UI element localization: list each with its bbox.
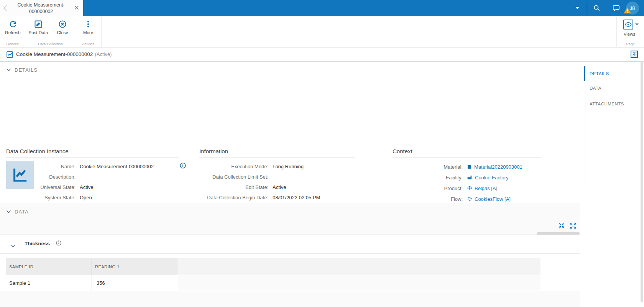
nav-item-attachments[interactable]: ATTACHMENTS bbox=[590, 102, 624, 106]
field-material: Material: Material20220903001 bbox=[393, 161, 541, 172]
tab-title-line1: Cookie Measurement- bbox=[10, 2, 72, 8]
thickness-panel: Thickness SAMPLE ID READING 1 Sample 1 3… bbox=[0, 235, 580, 291]
ribbon-group-page: Views Page bbox=[616, 16, 644, 47]
views-button[interactable] bbox=[623, 20, 639, 30]
expand-all-icon[interactable] bbox=[570, 222, 577, 230]
vertical-scrollbar-thumb[interactable] bbox=[641, 61, 643, 302]
field-product: Product: Belgas [A] bbox=[393, 183, 541, 194]
group-label-data-collection: Data Collection bbox=[26, 42, 75, 46]
close-label: Close bbox=[57, 30, 68, 35]
chevron-down-icon bbox=[6, 68, 11, 72]
eye-icon bbox=[623, 20, 633, 30]
thickness-panel-header: Thickness bbox=[0, 235, 580, 254]
tab-close-icon[interactable] bbox=[74, 5, 80, 11]
step-nav-line bbox=[585, 66, 585, 184]
instance-column-title: Data Collection Instance bbox=[6, 148, 179, 158]
product-icon bbox=[467, 186, 472, 191]
nav-item-details[interactable]: DETAILS bbox=[590, 71, 609, 76]
sample-id-cell: Sample 1 bbox=[6, 275, 92, 291]
facility-icon bbox=[467, 175, 473, 180]
tab-title-line2: 000000002 bbox=[10, 8, 72, 15]
table-row[interactable]: Sample 1 356 bbox=[6, 275, 540, 291]
close-circle-icon bbox=[58, 20, 67, 29]
field-dc-begin-date: Data Collection Begin Date: 08/01/2022 0… bbox=[199, 192, 355, 203]
header-dropdown-caret-icon[interactable] bbox=[573, 0, 582, 16]
views-caret-icon bbox=[635, 23, 639, 26]
thickness-title: Thickness bbox=[25, 241, 50, 246]
column-header-sample-id[interactable]: SAMPLE ID bbox=[6, 258, 92, 275]
messages-icon[interactable] bbox=[610, 0, 623, 16]
information-column-title: Information bbox=[199, 148, 355, 158]
field-description: Description: bbox=[34, 172, 179, 182]
more-ellipsis-icon bbox=[84, 20, 93, 29]
data-section-toggle[interactable]: DATA bbox=[6, 209, 29, 215]
collapse-all-icon[interactable] bbox=[558, 222, 566, 230]
ribbon-group-general: Refresh General bbox=[0, 16, 26, 47]
reading-1-cell[interactable]: 356 bbox=[92, 275, 178, 291]
column-header-reading-1[interactable]: READING 1 bbox=[92, 258, 178, 275]
details-section: DETAILS Data Collection Instance Name: C… bbox=[0, 62, 580, 203]
views-label: Views bbox=[617, 32, 642, 36]
material-icon bbox=[467, 164, 472, 169]
ribbon-group-data-collection: Post Data Close Data Collection bbox=[26, 16, 75, 47]
header-blue-bar bbox=[83, 0, 644, 16]
search-icon[interactable] bbox=[591, 0, 603, 16]
back-icon[interactable] bbox=[2, 4, 8, 12]
refresh-icon bbox=[8, 20, 18, 29]
entity-title-bar: Cookie Measurement-000000002(Active) bbox=[0, 48, 644, 62]
ribbon-group-actions: More Actions bbox=[75, 16, 102, 47]
flow-icon bbox=[467, 196, 472, 202]
field-facility: Facility: Cookie Factory bbox=[393, 172, 541, 183]
chevron-down-icon[interactable] bbox=[11, 242, 15, 249]
context-column-title: Context bbox=[393, 148, 541, 158]
app-window: Cookie Measurement- 000000002 JB Refre bbox=[0, 0, 644, 307]
group-label-actions: Actions bbox=[75, 42, 101, 46]
data-collection-chart-icon bbox=[6, 51, 13, 60]
page-title: Cookie Measurement-000000002 bbox=[16, 51, 93, 57]
column-header-filler bbox=[178, 258, 540, 275]
field-system-state: System State: Open bbox=[34, 192, 179, 203]
post-data-label: Post Data bbox=[29, 30, 48, 35]
tab-cookie-measurement[interactable]: Cookie Measurement- 000000002 bbox=[10, 0, 72, 16]
field-name: Name: Cookie Measurement-000000002 bbox=[34, 161, 179, 172]
refresh-label: Refresh bbox=[5, 30, 20, 35]
field-execution-mode: Execution Mode: Long Running bbox=[199, 161, 355, 172]
group-label-page: Page bbox=[617, 42, 644, 46]
ribbon-toolbar: Refresh General Post Data Close Data Col… bbox=[0, 16, 644, 48]
product-link[interactable]: Belgas [A] bbox=[475, 186, 497, 191]
field-edit-state: Edit State: Active bbox=[199, 182, 355, 192]
more-label: More bbox=[83, 30, 93, 35]
chevron-down-icon bbox=[6, 210, 11, 213]
field-universal-state: Universal State: Active bbox=[34, 182, 179, 192]
data-section-label: DATA bbox=[15, 209, 29, 215]
collapse-page-icon[interactable] bbox=[631, 51, 638, 58]
warning-badge-icon[interactable] bbox=[623, 7, 631, 14]
readings-table: SAMPLE ID READING 1 Sample 1 356 bbox=[6, 258, 540, 291]
facility-link[interactable]: Cookie Factory bbox=[475, 175, 508, 181]
group-label-general: General bbox=[0, 42, 26, 46]
flow-link[interactable]: CookiesFlow [A] bbox=[475, 196, 511, 202]
post-data-icon bbox=[34, 20, 43, 29]
thickness-info-icon[interactable] bbox=[56, 240, 62, 248]
status-badge: (Active) bbox=[95, 51, 112, 57]
top-bar: Cookie Measurement- 000000002 JB bbox=[0, 0, 644, 16]
step-nav-active-indicator bbox=[584, 66, 585, 81]
nav-item-data[interactable]: DATA bbox=[590, 86, 601, 90]
instance-tile-chart-icon bbox=[6, 161, 34, 189]
material-link[interactable]: Material20220903001 bbox=[474, 164, 522, 170]
details-section-toggle[interactable]: DETAILS bbox=[6, 67, 38, 73]
header-separator bbox=[587, 2, 587, 15]
row-filler-cell bbox=[178, 275, 540, 291]
field-dc-limit-set: Data Collection Limit Set: bbox=[199, 172, 355, 182]
data-section: DATA Thickness SAMPLE ID R bbox=[0, 203, 580, 307]
name-info-icon[interactable] bbox=[179, 162, 186, 171]
details-section-label: DETAILS bbox=[15, 67, 38, 73]
table-header-row: SAMPLE ID READING 1 bbox=[6, 258, 540, 275]
field-flow: Flow: CookiesFlow [A] bbox=[393, 194, 541, 204]
